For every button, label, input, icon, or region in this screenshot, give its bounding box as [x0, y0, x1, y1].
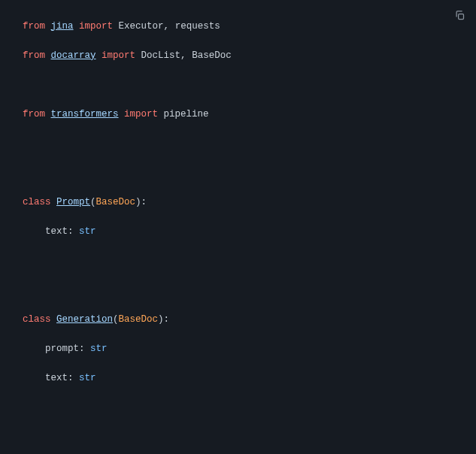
code-block: from jina import Executor, requests from… — [0, 0, 476, 454]
copy-icon — [454, 10, 465, 21]
code-line: from jina import Executor, requests — [23, 20, 476, 35]
code-line — [23, 254, 476, 269]
code-line — [23, 78, 476, 93]
code-content: from jina import Executor, requests from… — [0, 5, 476, 454]
code-line: class Generation(BaseDoc): — [23, 313, 476, 328]
code-line: prompt: str — [23, 342, 476, 357]
code-line: class Prompt(BaseDoc): — [23, 195, 476, 210]
code-line: from docarray import DocList, BaseDoc — [23, 49, 476, 64]
code-line — [23, 401, 476, 416]
copy-button[interactable] — [450, 6, 468, 24]
code-line: from transformers import pipeline — [23, 107, 476, 123]
code-line: text: str — [23, 371, 476, 386]
code-line: text: str — [23, 225, 476, 240]
code-line — [23, 430, 476, 445]
code-line — [23, 137, 476, 152]
svg-rect-0 — [458, 14, 463, 19]
code-line — [23, 166, 476, 181]
code-line — [23, 283, 476, 298]
